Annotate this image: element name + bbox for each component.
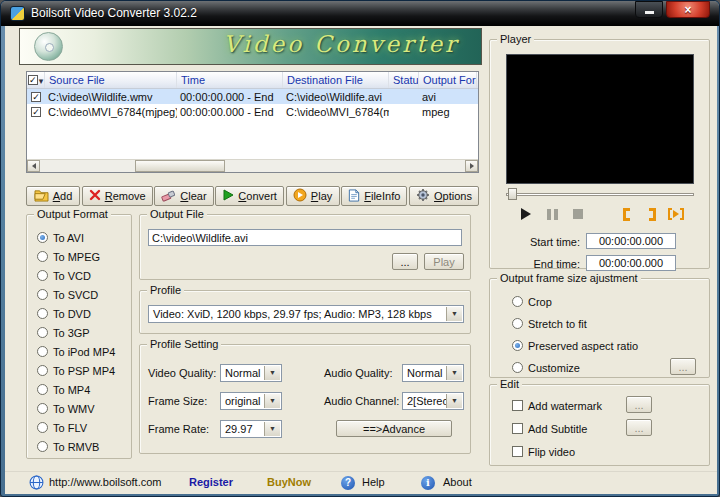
checkbox-icon [512, 423, 523, 434]
table-row[interactable]: C:\video\MVI_6784(mjpeg).AVI 00:00:00.00… [27, 104, 478, 119]
radio-icon [512, 362, 523, 373]
radio-to-psp-mp4[interactable]: To PSP MP4 [37, 364, 115, 377]
profile-select[interactable]: Video: XviD, 1200 kbps, 29.97 fps; Audio… [148, 305, 464, 323]
checkbox-icon [512, 446, 523, 457]
cell-time: 00:00:00.000 - End [177, 91, 283, 103]
cell-source: C:\video\MVI_6784(mjpeg).AVI [45, 106, 177, 118]
video-surface [506, 54, 694, 184]
table-row[interactable]: C:\video\Wildlife.wmv 00:00:00.000 - End… [27, 89, 478, 104]
audio-quality-label: Audio Quality: [324, 367, 392, 379]
video-quality-select[interactable]: Normal [220, 364, 282, 382]
player-pause-button[interactable] [542, 206, 562, 222]
check-all-icon [28, 75, 38, 85]
column-status[interactable]: Status [389, 72, 419, 88]
register-link[interactable]: Register [189, 476, 233, 488]
radio-stretch[interactable]: Stretch to fit [512, 317, 587, 330]
scrollbar-thumb[interactable] [135, 160, 225, 172]
horizontal-scrollbar[interactable] [27, 159, 478, 172]
slider-thumb[interactable] [508, 188, 517, 200]
pause-icon [547, 209, 558, 220]
scroll-left-arrow[interactable] [27, 160, 40, 172]
audio-quality-select[interactable]: Normal [402, 364, 464, 382]
radio-icon [37, 308, 48, 319]
column-output-format[interactable]: Output Format [419, 72, 477, 88]
scroll-right-arrow[interactable] [465, 160, 478, 172]
group-title: Output frame size ajustment [497, 272, 641, 284]
buynow-link[interactable]: BuyNow [267, 476, 311, 488]
checkbox-add-subtitle[interactable]: Add Subtitle [512, 422, 587, 435]
radio-to-svcd[interactable]: To SVCD [37, 288, 98, 301]
start-time-value[interactable]: 00:00:00.000 [586, 233, 676, 249]
file-list: Source File Time Destination File Status… [26, 71, 479, 173]
edit-group: Edit Add watermark ... Add Subtitle ... … [489, 384, 710, 466]
app-icon [10, 6, 25, 21]
player-stop-button[interactable] [568, 206, 588, 222]
checkbox-flip-video[interactable]: Flip video [512, 445, 575, 458]
checkbox-add-watermark[interactable]: Add watermark [512, 399, 602, 412]
radio-customize[interactable]: Customize [512, 361, 580, 374]
statusbar: http://www.boilsoft.com Register BuyNow … [5, 471, 717, 494]
radio-icon [37, 441, 48, 452]
frame-size-select[interactable]: original [220, 392, 282, 410]
radio-to-ipod-mp4[interactable]: To iPod MP4 [37, 345, 115, 358]
remove-button[interactable]: Remove [82, 186, 153, 206]
add-button[interactable]: Add [26, 186, 80, 206]
radio-icon [37, 365, 48, 376]
browse-output-file-button[interactable]: ... [392, 253, 418, 270]
options-button[interactable]: Options [409, 186, 479, 206]
row-checkbox[interactable] [31, 107, 41, 117]
about-icon[interactable] [421, 476, 435, 490]
cd-disc-icon [34, 32, 63, 61]
cell-dest: C:\video\MVI_6784(mjpe [283, 106, 389, 118]
about-link[interactable]: About [443, 476, 472, 488]
radio-preserved-aspect[interactable]: Preserved aspect ratio [512, 339, 638, 352]
radio-to-avi[interactable]: To AVI [37, 231, 84, 244]
help-icon[interactable] [341, 476, 355, 490]
help-link[interactable]: Help [362, 476, 385, 488]
radio-to-flv[interactable]: To FLV [37, 421, 87, 434]
mark-end-button[interactable] [642, 206, 662, 222]
stop-icon [573, 209, 583, 219]
radio-to-3gp[interactable]: To 3GP [37, 326, 90, 339]
column-check-all[interactable] [27, 72, 45, 88]
fileinfo-button[interactable]: FileInfo [341, 186, 407, 206]
scrollbar-track[interactable] [40, 160, 465, 172]
website-link[interactable]: http://www.boilsoft.com [49, 476, 162, 488]
end-time-value[interactable]: 00:00:00.000 [586, 255, 676, 271]
player-play-button[interactable] [516, 206, 536, 222]
convert-button[interactable]: Convert [215, 186, 284, 206]
slider-track[interactable] [506, 193, 694, 196]
mark-start-button[interactable] [616, 206, 636, 222]
minimize-button[interactable] [635, 1, 663, 18]
cell-dest: C:\video\Wildlife.avi [283, 91, 389, 103]
frame-rate-select[interactable]: 29.97 [220, 420, 282, 438]
play-selection-button[interactable] [666, 206, 686, 222]
row-checkbox[interactable] [31, 92, 41, 102]
customize-browse-button[interactable]: ... [670, 358, 696, 375]
bracket-play-icon [668, 208, 684, 220]
red-x-icon [89, 189, 101, 203]
radio-to-mpeg[interactable]: To MPEG [37, 250, 100, 263]
radio-to-wmv[interactable]: To WMV [37, 402, 95, 415]
radio-crop[interactable]: Crop [512, 295, 552, 308]
app-window: Boilsoft Video Converter 3.02.2 × Video … [0, 0, 720, 497]
column-time[interactable]: Time [177, 72, 283, 88]
output-file-input[interactable] [148, 229, 462, 246]
audio-channel-select[interactable]: 2[Stereo] [402, 392, 464, 410]
close-button[interactable]: × [666, 1, 710, 18]
play-button[interactable]: Play [286, 186, 340, 206]
radio-to-dvd[interactable]: To DVD [37, 307, 91, 320]
clear-button[interactable]: Clear [154, 186, 213, 206]
subtitle-browse-button[interactable]: ... [626, 419, 652, 436]
play-output-file-button[interactable]: Play [424, 253, 464, 270]
advance-button[interactable]: ==>Advance [336, 420, 452, 437]
seek-slider[interactable] [506, 188, 694, 200]
watermark-browse-button[interactable]: ... [626, 396, 652, 413]
start-time-label: Start time: [518, 236, 580, 248]
radio-to-mp4[interactable]: To MP4 [37, 383, 90, 396]
column-source-file[interactable]: Source File [45, 72, 177, 88]
radio-to-rmvb[interactable]: To RMVB [37, 440, 99, 453]
titlebar[interactable]: Boilsoft Video Converter 3.02.2 × [1, 1, 719, 26]
column-destination-file[interactable]: Destination File [283, 72, 389, 88]
radio-to-vcd[interactable]: To VCD [37, 269, 91, 282]
